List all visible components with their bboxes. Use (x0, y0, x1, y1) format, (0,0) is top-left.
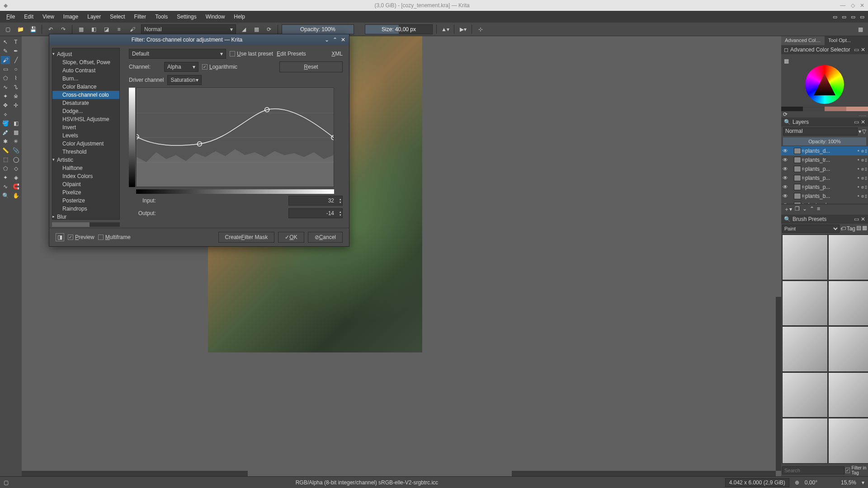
target-icon[interactable]: ⊕ (795, 479, 799, 486)
ws-icon[interactable]: ▭ (849, 13, 857, 21)
tool-ref[interactable]: 📎 (11, 146, 20, 155)
tool-sel-rect[interactable]: ⬚ (1, 155, 10, 164)
gradient-icon[interactable]: ◧ (89, 24, 99, 34)
brush-category-select[interactable]: Paint (782, 225, 840, 233)
view-icon[interactable]: ▦ (862, 225, 867, 233)
mirror-v-icon[interactable]: ▶▾ (458, 24, 468, 34)
tool-text[interactable]: T (11, 38, 20, 46)
layer-name[interactable]: plants_d... (805, 148, 856, 154)
tool-bezier[interactable]: ∿ (1, 83, 10, 91)
tool-edit-shapes[interactable]: ✎ (1, 47, 10, 55)
visibility-icon[interactable]: 👁 (782, 157, 788, 163)
tool-smart-patch[interactable]: ✱ (1, 137, 10, 145)
input-spinbox[interactable]: 32 (288, 196, 343, 206)
workspace-icon[interactable]: ▦ (855, 24, 865, 34)
tree-item[interactable]: Color Balance (52, 83, 119, 91)
menu-edit[interactable]: Edit (19, 12, 38, 21)
brush-preset[interactable] (782, 326, 828, 372)
tree-item[interactable]: HSV/HSL Adjustme (52, 115, 119, 123)
reset-button[interactable]: Reset (279, 61, 343, 72)
xml-link[interactable]: XML (331, 51, 343, 57)
brush-icon[interactable]: 🖌 (127, 24, 138, 34)
tool-measure[interactable]: 📏 (1, 146, 10, 155)
tool-line[interactable]: ╱ (11, 56, 20, 64)
storage-icon[interactable]: ▤ (856, 225, 861, 233)
add-layer-icon[interactable]: ＋▾ (784, 206, 792, 213)
tool-picker[interactable]: 💉 (1, 128, 10, 136)
tree-item[interactable]: Raindrops (52, 205, 119, 213)
brush-preset[interactable] (828, 281, 868, 326)
use-last-preset-checkbox[interactable]: Use last preset (230, 51, 273, 57)
tree-item[interactable]: Auto Contrast (52, 66, 119, 75)
layer-name[interactable]: plants_b... (805, 193, 856, 199)
tool-polygon[interactable]: ⬠ (1, 74, 10, 82)
tool-sel-poly[interactable]: ◇ (11, 164, 20, 173)
tree-item[interactable]: Threshold (52, 148, 119, 156)
move-down-icon[interactable]: ⌄ (802, 206, 807, 213)
brush-preset[interactable] (782, 418, 828, 464)
tree-item[interactable]: Pixelize (52, 188, 119, 197)
brush-preset[interactable] (782, 235, 828, 280)
tree-item[interactable]: Slope, Offset, Powe (52, 58, 119, 66)
fg-bg-icon[interactable]: ≡ (114, 24, 124, 34)
tool-zoom[interactable]: 🔍 (1, 192, 10, 200)
curve-editor[interactable] (129, 88, 335, 194)
chevron-down-icon[interactable]: ▾ (859, 128, 861, 135)
brush-preset[interactable] (782, 281, 828, 326)
properties-icon[interactable]: ≡ (817, 206, 820, 213)
link-icon[interactable]: ⎘ (802, 176, 804, 180)
preview-checkbox[interactable]: ✓Preview (68, 234, 94, 240)
tool-move[interactable]: ↖ (1, 38, 10, 46)
menu-filter[interactable]: Filter (130, 12, 151, 21)
new-file-icon[interactable]: ▢ (3, 24, 13, 34)
tree-cat-artistic[interactable]: Artistic (52, 156, 119, 164)
tree-item[interactable]: Invert (52, 123, 119, 131)
tool-transform[interactable]: ✥ (1, 101, 10, 109)
close-panel-icon[interactable]: ✕ (861, 119, 865, 125)
scrollbar-horizontal[interactable] (22, 471, 776, 476)
visibility-icon[interactable]: 👁 (782, 184, 788, 190)
close-icon[interactable]: ✕ (860, 2, 864, 9)
tree-item[interactable]: Desaturate (52, 99, 119, 107)
selection-icon[interactable]: ▢ (4, 479, 9, 486)
maximize-icon[interactable]: ⌃ (333, 37, 337, 43)
layer-row[interactable]: 👁⎘plants_p...⚬ α ▯ (781, 183, 868, 192)
menu-help[interactable]: Help (229, 12, 250, 21)
chevron-down-icon[interactable]: ▾ (862, 479, 864, 486)
tree-item[interactable]: Halftone (52, 164, 119, 172)
tool-freehand[interactable]: ᔐ (11, 83, 20, 91)
layer-row[interactable]: 👁⎘plants_p...⚬ α ▯ (781, 174, 868, 183)
filter-in-tag-checkbox[interactable]: ✓Filter in Tag (845, 465, 867, 475)
channel-select[interactable]: Alpha▾ (164, 62, 198, 72)
brush-preset[interactable] (828, 418, 868, 464)
tree-cat-adjust[interactable]: Adjust (52, 50, 119, 58)
color-selector[interactable]: ▦ (781, 54, 868, 107)
color-history[interactable] (781, 107, 868, 111)
wrap-icon[interactable]: ⊹ (476, 24, 486, 34)
square-icon[interactable]: ◻ (784, 47, 788, 53)
tool-sel-contig[interactable]: ✦ (1, 174, 10, 182)
dialog-titlebar[interactable]: Filter: Cross-channel color adjustment —… (49, 34, 349, 45)
layer-name[interactable]: plants_p... (805, 175, 856, 181)
link-icon[interactable]: ⎘ (802, 158, 804, 162)
tool-multi[interactable]: ※ (11, 92, 20, 100)
menu-layer[interactable]: Layer (83, 12, 105, 21)
visibility-icon[interactable]: 👁 (782, 166, 788, 172)
tree-item[interactable]: Cross-channel colo (52, 91, 119, 99)
filter-icon[interactable]: ▽ (862, 128, 866, 135)
tool-move-layer[interactable]: ✢ (11, 101, 20, 109)
visibility-icon[interactable]: 👁 (782, 148, 788, 154)
tool-sel-free[interactable]: ⬠ (1, 164, 10, 173)
close-panel-icon[interactable]: ✕ (861, 47, 865, 53)
preset-select[interactable]: Default▾ (129, 49, 226, 59)
tool-sel-ellipse[interactable]: ◯ (11, 155, 20, 164)
brush-preset[interactable] (782, 372, 828, 418)
tab-color-selector[interactable]: Advanced Color Sele... (781, 36, 825, 45)
menu-file[interactable]: File (2, 12, 19, 21)
brush-preset[interactable] (828, 235, 868, 280)
layer-row[interactable]: 👁⎘plants_b...⚬ α ▯ (781, 192, 868, 201)
search-icon[interactable]: 🔍 (784, 119, 791, 125)
tool-crop[interactable]: ⟡ (1, 110, 10, 118)
driver-select[interactable]: Saturation▾ (167, 75, 202, 85)
layer-row[interactable]: 👁⎘plants_p...⚬ α ▯ (781, 164, 868, 174)
